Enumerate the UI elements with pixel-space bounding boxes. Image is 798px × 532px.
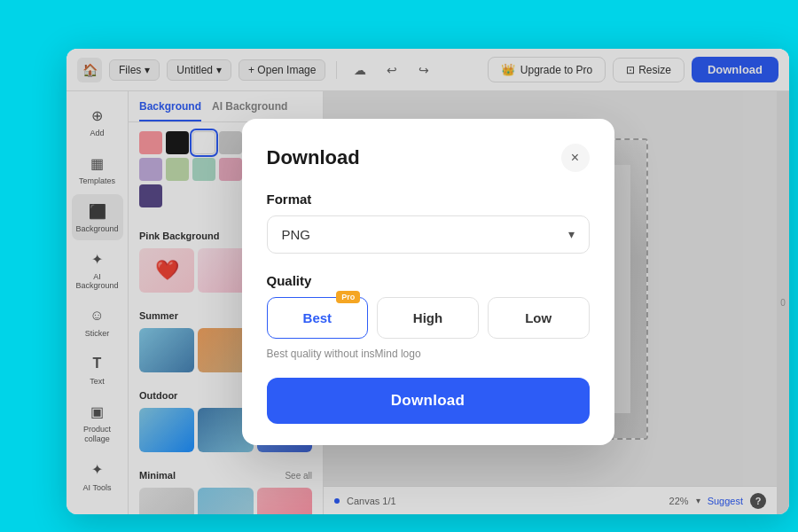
quality-options: Pro Best High Low	[267, 297, 590, 339]
modal-title: Download	[267, 146, 360, 169]
app-window: 🏠 Files ▾ Untitled ▾ + Open Image ☁ ↩ ↪ …	[66, 49, 789, 514]
pro-badge: Pro	[336, 291, 360, 303]
chevron-down-icon: ▾	[568, 227, 575, 241]
format-select[interactable]: PNG ▾	[267, 215, 590, 254]
format-value: PNG	[282, 227, 311, 242]
quality-option-best[interactable]: Pro Best	[267, 297, 369, 339]
quality-option-low[interactable]: Low	[488, 297, 590, 339]
modal-close-button[interactable]: ×	[561, 144, 590, 172]
quality-low-label: Low	[525, 310, 552, 325]
download-modal: Download × Format PNG ▾ Quality Pro Best…	[242, 119, 614, 445]
download-action-button[interactable]: Download	[267, 378, 590, 424]
quality-high-label: High	[413, 310, 442, 325]
modal-overlay: Download × Format PNG ▾ Quality Pro Best…	[66, 49, 789, 514]
quality-option-high[interactable]: High	[377, 297, 479, 339]
modal-header: Download ×	[267, 144, 590, 172]
format-label: Format	[267, 192, 590, 207]
quality-label: Quality	[267, 273, 590, 288]
quality-best-label: Best	[303, 310, 332, 325]
quality-hint: Best quality without insMind logo	[267, 348, 590, 360]
